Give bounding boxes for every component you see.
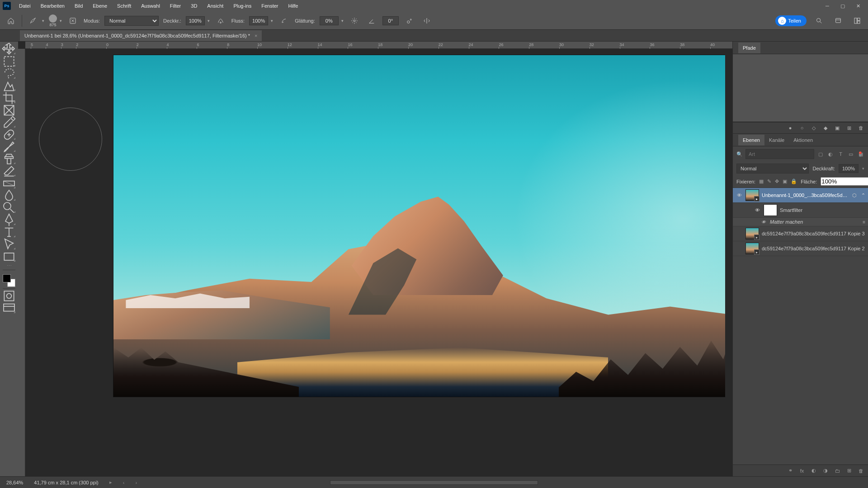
canvas-image[interactable] [113, 55, 725, 397]
menu-schrift[interactable]: Schrift [113, 1, 136, 10]
mask-icon[interactable]: ▣ [834, 124, 841, 131]
share-button[interactable]: ⌂ Teilen [775, 15, 807, 26]
layer-item-filter[interactable]: 👁 Matter machen ≡ [733, 218, 868, 226]
marquee-tool[interactable] [2, 56, 16, 67]
healing-tool[interactable] [2, 129, 16, 141]
new-layer-icon[interactable]: ⊞ [845, 467, 853, 474]
chevron-down-icon[interactable]: ▾ [341, 19, 344, 23]
clone-stamp-tool[interactable] [2, 153, 16, 165]
angle-icon[interactable] [365, 14, 378, 27]
color-swatches[interactable] [3, 274, 15, 287]
brush-tool-icon[interactable] [27, 14, 39, 27]
chevron-down-icon[interactable]: ▾ [60, 19, 62, 23]
pressure-opacity-icon[interactable] [214, 14, 227, 27]
canvas-scrollbar[interactable] [330, 480, 538, 485]
type-tool[interactable] [2, 226, 16, 238]
gradient-tool[interactable] [2, 178, 16, 189]
visibility-icon[interactable]: 👁 [760, 220, 767, 225]
document-info[interactable]: 41,79 cm x 28,1 cm (300 ppi) [34, 480, 98, 485]
link-icon[interactable]: ⬡ [852, 192, 859, 198]
smoothing-input[interactable] [320, 16, 339, 25]
filter-image-icon[interactable]: ▢ [817, 150, 824, 158]
airbrush-icon[interactable] [278, 14, 290, 27]
delete-layer-icon[interactable]: 🗑 [857, 467, 864, 474]
layer-blend-mode[interactable]: Normal [736, 164, 809, 174]
filter-mask-thumbnail[interactable] [764, 204, 777, 216]
new-path-icon[interactable]: ⊞ [845, 124, 853, 131]
layer-item[interactable]: 👁 ▸ Unbenannt-1_0000_...3bca509fec5d9117… [733, 188, 868, 203]
quick-select-tool[interactable] [2, 80, 16, 92]
filter-type-icon[interactable]: T [837, 150, 844, 158]
path-select-tool[interactable] [2, 239, 16, 250]
opacity-input[interactable] [186, 16, 205, 25]
tab-aktionen[interactable]: Aktionen [789, 135, 817, 145]
selection-path-icon[interactable]: ◇ [810, 124, 817, 131]
chevron-down-icon[interactable]: ▾ [271, 19, 273, 23]
menu-bearbeiten[interactable]: Bearbeiten [36, 1, 69, 10]
visibility-icon[interactable]: 👁 [754, 207, 761, 213]
menu-hilfe[interactable]: Hilfe [283, 1, 302, 10]
prev-arrow-icon[interactable]: ‹ [123, 480, 125, 485]
filter-adjust-icon[interactable]: ◐ [827, 150, 834, 158]
lock-artboard-icon[interactable]: ▣ [783, 178, 787, 185]
tab-pfade[interactable]: Pfade [738, 42, 760, 53]
layer-item-smartfilter[interactable]: 👁 Smartfilter [733, 203, 868, 218]
layer-filter-input[interactable] [745, 149, 814, 159]
layer-item[interactable]: ▸ dc59124e7f79a08c3bca509fec5d9117 Kopie… [733, 241, 868, 256]
brush-preset-picker[interactable]: 875 [49, 14, 57, 27]
blur-tool[interactable] [2, 190, 16, 202]
menu-fenster[interactable]: Fenster [257, 1, 283, 10]
ruler-horizontal[interactable]: 0246810121416182022242628303234363840234… [25, 42, 732, 49]
move-tool[interactable] [2, 43, 16, 55]
filter-options-icon[interactable]: ≡ [863, 220, 865, 225]
zoom-level[interactable]: 28,64% [6, 480, 23, 485]
chevron-down-icon[interactable]: ▾ [208, 19, 210, 23]
angle-input[interactable] [382, 16, 399, 25]
lock-all-icon[interactable]: 🔒 [791, 178, 797, 185]
tab-kanale[interactable]: Kanäle [764, 135, 789, 145]
chevron-icon[interactable]: ⌃ [861, 192, 865, 198]
maximize-button[interactable]: ▢ [835, 1, 850, 11]
tab-ebenen[interactable]: Ebenen [738, 135, 764, 145]
menu-bild[interactable]: Bild [70, 1, 87, 10]
menu-ebene[interactable]: Ebene [88, 1, 112, 10]
chevron-down-icon[interactable]: ▾ [862, 166, 864, 171]
next-arrow-icon[interactable]: › [135, 480, 137, 485]
adjustment-icon[interactable]: ◑ [822, 467, 829, 474]
blend-mode-select[interactable]: Normal [104, 16, 159, 26]
close-tab-icon[interactable]: × [255, 33, 257, 38]
symmetry-icon[interactable] [420, 14, 433, 27]
layer-thumbnail[interactable]: ▸ [745, 228, 759, 239]
screen-mode-tool[interactable] [2, 302, 16, 314]
menu-auswahl[interactable]: Auswahl [137, 1, 165, 10]
document-tab[interactable]: Unbenannt-1 bei 28,6% (Unbenannt-1_0000_… [20, 30, 262, 41]
group-icon[interactable]: 🗀 [834, 467, 841, 474]
menu-ansicht[interactable]: Ansicht [203, 1, 228, 10]
close-button[interactable]: ✕ [851, 1, 865, 11]
layer-name[interactable]: dc59124e7f79a08c3bca509fec5d9117 Kopie 3 [762, 231, 865, 236]
dodge-tool[interactable] [2, 202, 16, 214]
brush-tool[interactable] [2, 141, 16, 153]
minimize-button[interactable]: ─ [820, 1, 835, 11]
trash-icon[interactable]: 🗑 [857, 124, 864, 131]
menu-plugins[interactable]: Plug-ins [229, 1, 256, 10]
layer-thumbnail[interactable]: ▸ [745, 243, 759, 254]
rectangle-tool[interactable] [2, 251, 16, 263]
flow-input[interactable] [249, 16, 268, 25]
fill-path-icon[interactable]: ● [787, 124, 794, 131]
smoothing-options-icon[interactable] [348, 14, 361, 27]
pen-tool[interactable] [2, 214, 16, 226]
frame-tool[interactable] [2, 104, 16, 116]
path-icon[interactable]: ◆ [822, 124, 829, 131]
link-layers-icon[interactable]: ⚭ [787, 467, 794, 474]
eraser-tool[interactable] [2, 165, 16, 177]
info-chevron-icon[interactable]: ▸ [109, 479, 112, 485]
home-icon[interactable] [5, 14, 17, 27]
ruler-vertical[interactable] [18, 49, 25, 476]
layer-name[interactable]: Unbenannt-1_0000_...3bca509fec5d9117 [762, 192, 849, 198]
screen-mode-icon[interactable] [832, 14, 844, 27]
quick-mask-tool[interactable] [2, 290, 16, 302]
menu-filter[interactable]: Filter [165, 1, 185, 10]
eyedropper-tool[interactable] [2, 117, 16, 128]
lock-pixels-icon[interactable]: ✎ [767, 178, 771, 185]
